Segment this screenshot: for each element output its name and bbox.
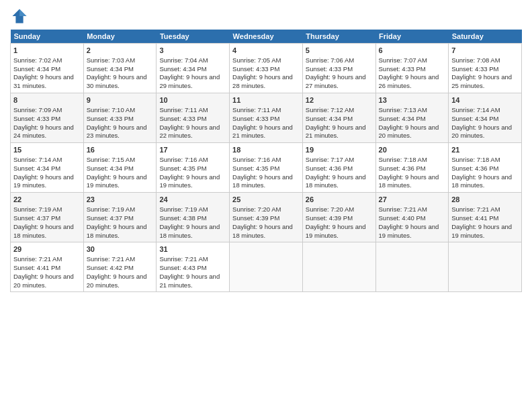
svg-marker-1 [19,9,27,17]
day-number: 21 [451,145,519,155]
calendar-week-row: 1Sunrise: 7:02 AMSunset: 4:34 PMDaylight… [11,44,522,93]
daylight-label: Daylight: 9 hours and 19 minutes. [451,223,512,239]
day-of-week-header: Wednesday [230,30,303,44]
sunset-label: Sunset: 4:33 PM [13,115,60,122]
calendar-day-cell: 15Sunrise: 7:14 AMSunset: 4:34 PMDayligh… [11,143,84,193]
calendar-day-cell: 16Sunrise: 7:15 AMSunset: 4:34 PMDayligh… [83,143,157,193]
day-number: 11 [232,95,300,105]
daylight-label: Daylight: 9 hours and 23 minutes. [87,124,147,140]
sunset-label: Sunset: 4:33 PM [232,65,279,73]
daylight-label: Daylight: 9 hours and 31 minutes. [13,73,74,89]
calendar-day-cell: 22Sunrise: 7:19 AMSunset: 4:37 PMDayligh… [11,193,84,242]
sunset-label: Sunset: 4:33 PM [159,115,206,122]
calendar-day-cell: 9Sunrise: 7:10 AMSunset: 4:33 PMDaylight… [83,93,157,143]
daylight-label: Daylight: 9 hours and 18 minutes. [159,223,220,239]
calendar-day-cell: 11Sunrise: 7:11 AMSunset: 4:33 PMDayligh… [230,93,303,143]
calendar-table: SundayMondayTuesdayWednesdayThursdayFrid… [10,30,522,292]
sunset-label: Sunset: 4:34 PM [13,165,60,172]
sunrise-label: Sunrise: 7:17 AM [306,156,354,163]
daylight-label: Daylight: 9 hours and 22 minutes. [159,124,220,140]
calendar-day-cell: 17Sunrise: 7:16 AMSunset: 4:35 PMDayligh… [157,143,230,193]
sunset-label: Sunset: 4:34 PM [451,115,498,122]
page: SundayMondayTuesdayWednesdayThursdayFrid… [0,0,532,411]
day-number: 26 [306,195,373,205]
daylight-label: Daylight: 9 hours and 19 minutes. [13,173,74,189]
daylight-label: Daylight: 9 hours and 20 minutes. [379,124,439,140]
logo [10,7,32,26]
daylight-label: Daylight: 9 hours and 19 minutes. [379,223,439,239]
sunrise-label: Sunrise: 7:14 AM [451,106,500,113]
calendar-body: 1Sunrise: 7:02 AMSunset: 4:34 PMDaylight… [11,44,522,292]
sunrise-label: Sunrise: 7:19 AM [87,205,135,213]
sunrise-label: Sunrise: 7:21 AM [159,255,208,263]
sunrise-label: Sunrise: 7:16 AM [232,156,281,163]
sunset-label: Sunset: 4:34 PM [306,115,353,122]
sunrise-label: Sunrise: 7:21 AM [451,205,500,213]
sunrise-label: Sunrise: 7:08 AM [451,56,500,64]
day-number: 9 [87,95,154,105]
day-number: 12 [306,95,373,105]
day-number: 17 [159,145,226,155]
day-number: 14 [451,95,519,105]
calendar-day-cell: 8Sunrise: 7:09 AMSunset: 4:33 PMDaylight… [11,93,84,143]
calendar-day-cell: 21Sunrise: 7:18 AMSunset: 4:36 PMDayligh… [449,143,522,193]
sunset-label: Sunset: 4:38 PM [159,214,206,222]
sunset-label: Sunset: 4:35 PM [232,165,279,172]
day-number: 27 [379,195,446,205]
daylight-label: Daylight: 9 hours and 18 minutes. [379,173,439,189]
day-of-week-header: Sunday [11,30,84,44]
day-of-week-header: Friday [375,30,449,44]
day-number: 1 [13,46,81,56]
sunrise-label: Sunrise: 7:05 AM [232,56,281,64]
daylight-label: Daylight: 9 hours and 19 minutes. [87,173,147,189]
daylight-label: Daylight: 9 hours and 18 minutes. [451,173,512,189]
calendar-day-cell: 3Sunrise: 7:04 AMSunset: 4:34 PMDaylight… [157,44,230,93]
sunset-label: Sunset: 4:34 PM [13,65,60,73]
calendar-day-cell: 23Sunrise: 7:19 AMSunset: 4:37 PMDayligh… [83,193,157,242]
day-number: 24 [159,195,226,205]
daylight-label: Daylight: 9 hours and 27 minutes. [306,73,366,89]
calendar-day-cell: 13Sunrise: 7:13 AMSunset: 4:34 PMDayligh… [375,93,449,143]
sunset-label: Sunset: 4:34 PM [87,65,134,73]
day-number: 23 [87,195,154,205]
sunrise-label: Sunrise: 7:16 AM [159,156,208,163]
sunrise-label: Sunrise: 7:03 AM [87,56,135,64]
calendar-week-row: 22Sunrise: 7:19 AMSunset: 4:37 PMDayligh… [11,193,522,242]
daylight-label: Daylight: 9 hours and 25 minutes. [451,73,512,89]
sunset-label: Sunset: 4:36 PM [379,165,426,172]
sunset-label: Sunset: 4:39 PM [232,214,279,222]
calendar-day-cell: 14Sunrise: 7:14 AMSunset: 4:34 PMDayligh… [449,93,522,143]
day-number: 29 [13,244,81,255]
sunrise-label: Sunrise: 7:10 AM [87,106,135,113]
day-number: 15 [13,145,81,155]
sunrise-label: Sunrise: 7:06 AM [306,56,354,64]
daylight-label: Daylight: 9 hours and 18 minutes. [232,173,293,189]
daylight-label: Daylight: 9 hours and 28 minutes. [232,73,293,89]
day-number: 8 [13,95,81,105]
day-number: 18 [232,145,300,155]
sunset-label: Sunset: 4:34 PM [87,165,134,172]
calendar-header-row: SundayMondayTuesdayWednesdayThursdayFrid… [11,30,522,44]
sunrise-label: Sunrise: 7:07 AM [379,56,427,64]
day-number: 3 [159,46,226,56]
sunset-label: Sunset: 4:33 PM [232,115,279,122]
sunset-label: Sunset: 4:41 PM [13,264,60,271]
calendar-day-cell: 18Sunrise: 7:16 AMSunset: 4:35 PMDayligh… [230,143,303,193]
sunrise-label: Sunrise: 7:02 AM [13,56,62,64]
daylight-label: Daylight: 9 hours and 18 minutes. [13,223,74,239]
daylight-label: Daylight: 9 hours and 29 minutes. [159,73,220,89]
sunrise-label: Sunrise: 7:19 AM [159,205,208,213]
day-number: 13 [379,95,446,105]
sunset-label: Sunset: 4:40 PM [379,214,426,222]
sunset-label: Sunset: 4:36 PM [306,165,353,172]
logo-icon [10,7,29,26]
day-number: 19 [306,145,373,155]
day-of-week-header: Saturday [449,30,522,44]
calendar-day-cell: 24Sunrise: 7:19 AMSunset: 4:38 PMDayligh… [157,193,230,242]
calendar-day-cell: 29Sunrise: 7:21 AMSunset: 4:41 PMDayligh… [11,242,84,292]
sunrise-label: Sunrise: 7:18 AM [451,156,500,163]
daylight-label: Daylight: 9 hours and 21 minutes. [232,124,293,140]
sunrise-label: Sunrise: 7:18 AM [379,156,427,163]
calendar-day-cell [230,242,303,292]
sunrise-label: Sunrise: 7:20 AM [306,205,354,213]
